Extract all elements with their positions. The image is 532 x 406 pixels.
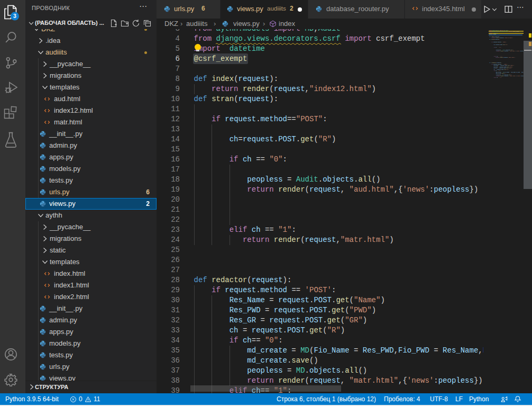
svg-text:3: 3 — [13, 13, 16, 19]
